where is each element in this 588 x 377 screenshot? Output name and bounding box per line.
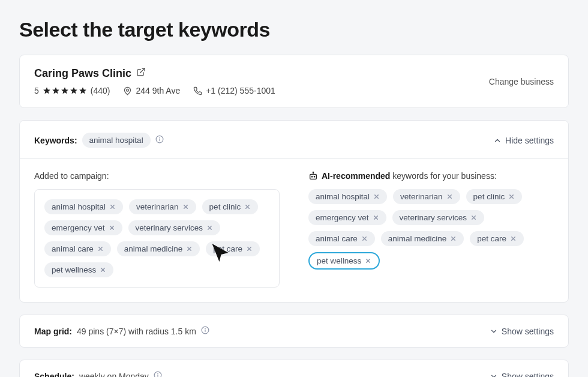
change-business-link[interactable]: Change business bbox=[489, 77, 554, 86]
keyword-chip[interactable]: veterinary services bbox=[392, 210, 485, 225]
svg-point-53 bbox=[205, 328, 206, 329]
keyword-chip[interactable]: pet care bbox=[206, 241, 260, 256]
close-icon[interactable] bbox=[450, 235, 457, 242]
svg-point-30 bbox=[314, 176, 314, 177]
close-icon[interactable] bbox=[361, 235, 368, 242]
svg-point-56 bbox=[158, 373, 158, 374]
map-grid-card: Map grid: 49 pins (7×7) with radius 1.5 … bbox=[19, 315, 569, 348]
close-icon[interactable] bbox=[373, 193, 380, 200]
star-icon bbox=[70, 86, 78, 95]
info-icon[interactable] bbox=[155, 135, 164, 145]
show-settings-toggle-map[interactable]: Show settings bbox=[490, 327, 554, 336]
svg-point-29 bbox=[311, 176, 312, 177]
schedule-value: weekly on Monday bbox=[79, 372, 149, 378]
svg-marker-4 bbox=[70, 87, 77, 94]
chevron-down-icon bbox=[490, 372, 498, 378]
svg-marker-2 bbox=[52, 87, 59, 94]
ai-column: AI-recommended keywords for your busines… bbox=[294, 159, 568, 302]
close-icon[interactable] bbox=[186, 246, 193, 252]
keyword-chip[interactable]: animal medicine bbox=[117, 241, 200, 256]
added-title: Added to campaign: bbox=[34, 171, 109, 181]
svg-point-9 bbox=[159, 137, 160, 138]
review-count: (440) bbox=[91, 86, 110, 95]
keyword-chip[interactable]: pet care bbox=[470, 231, 524, 246]
keyword-chip[interactable]: animal hospital bbox=[308, 189, 387, 204]
close-icon[interactable] bbox=[109, 204, 116, 210]
close-icon[interactable] bbox=[446, 193, 453, 200]
close-icon[interactable] bbox=[508, 193, 515, 200]
close-icon[interactable] bbox=[365, 258, 371, 264]
keyword-chip[interactable]: animal care bbox=[44, 241, 111, 256]
hide-settings-toggle[interactable]: Hide settings bbox=[493, 136, 554, 145]
keywords-selected-chip[interactable]: animal hospital bbox=[82, 133, 151, 148]
close-icon[interactable] bbox=[470, 214, 477, 221]
close-icon[interactable] bbox=[182, 204, 189, 210]
keyword-chip[interactable]: veterinary services bbox=[128, 220, 221, 235]
close-icon[interactable] bbox=[510, 235, 517, 242]
svg-marker-5 bbox=[79, 87, 86, 94]
keyword-chip[interactable]: pet clinic bbox=[466, 189, 523, 204]
info-icon[interactable] bbox=[154, 371, 162, 377]
svg-point-32 bbox=[313, 172, 313, 172]
star-icon bbox=[52, 86, 60, 95]
close-icon[interactable] bbox=[246, 246, 253, 252]
close-icon[interactable] bbox=[373, 214, 379, 221]
stars bbox=[43, 86, 87, 95]
keyword-chip[interactable]: veterinarian bbox=[393, 189, 460, 204]
page-title: Select the target keywords bbox=[19, 18, 569, 41]
star-icon bbox=[79, 86, 87, 95]
svg-marker-3 bbox=[61, 87, 68, 94]
keyword-chip[interactable]: veterinarian bbox=[129, 199, 196, 214]
keyword-chip[interactable]: pet clinic bbox=[202, 199, 259, 214]
schedule-card: Schedule: weekly on Monday Show settings bbox=[19, 360, 569, 377]
business-card: Caring Paws Clinic 5 (440) bbox=[19, 55, 569, 108]
ai-title-suffix: keywords for your business: bbox=[390, 171, 496, 181]
added-tag-box: animal hospitalveterinarianpet cliniceme… bbox=[34, 189, 280, 288]
star-icon bbox=[43, 86, 51, 95]
info-icon[interactable] bbox=[201, 326, 209, 336]
chevron-up-icon bbox=[493, 136, 502, 145]
close-icon[interactable] bbox=[206, 225, 213, 231]
keywords-card: Keywords: animal hospital Hide settings … bbox=[19, 120, 569, 303]
star-icon bbox=[61, 86, 69, 95]
keyword-chip[interactable]: animal care bbox=[308, 231, 375, 246]
business-phone: +1 (212) 555-1001 bbox=[193, 86, 275, 95]
map-grid-value: 49 pins (7×7) with radius 1.5 km bbox=[77, 327, 196, 336]
show-settings-toggle-schedule[interactable]: Show settings bbox=[490, 372, 554, 378]
keyword-chip[interactable]: pet wellness bbox=[44, 262, 113, 277]
map-pin-icon bbox=[123, 86, 132, 95]
close-icon[interactable] bbox=[244, 204, 251, 210]
rating-value: 5 bbox=[34, 86, 39, 95]
close-icon[interactable] bbox=[109, 225, 115, 231]
added-column: Added to campaign: animal hospitalveteri… bbox=[20, 159, 294, 302]
close-icon[interactable] bbox=[97, 246, 104, 252]
chevron-down-icon bbox=[490, 327, 498, 336]
business-name: Caring Paws Clinic bbox=[34, 67, 131, 80]
map-grid-label: Map grid: bbox=[34, 327, 72, 336]
ai-title-prefix: AI-recommended bbox=[322, 171, 390, 181]
svg-line-0 bbox=[140, 68, 145, 73]
keyword-chip[interactable]: emergency vet bbox=[44, 220, 122, 235]
keyword-chip[interactable]: emergency vet bbox=[308, 210, 386, 225]
keyword-chip[interactable]: pet wellness bbox=[308, 252, 380, 270]
schedule-label: Schedule: bbox=[34, 372, 74, 378]
keyword-chip[interactable]: animal medicine bbox=[381, 231, 464, 246]
keyword-chip[interactable]: animal hospital bbox=[44, 199, 123, 214]
external-link-icon[interactable] bbox=[136, 67, 146, 80]
keywords-label: Keywords: bbox=[34, 136, 77, 145]
close-icon[interactable] bbox=[100, 267, 106, 273]
robot-icon bbox=[308, 171, 318, 181]
svg-point-6 bbox=[127, 89, 129, 91]
svg-marker-1 bbox=[43, 87, 50, 94]
svg-rect-28 bbox=[310, 174, 317, 179]
business-address: 244 9th Ave bbox=[123, 86, 180, 95]
rating: 5 (440) bbox=[34, 86, 110, 95]
phone-icon bbox=[193, 86, 202, 95]
